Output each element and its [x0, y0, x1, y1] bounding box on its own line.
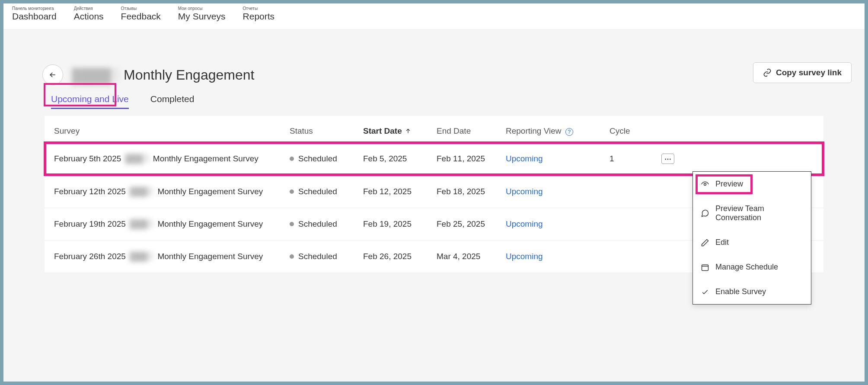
redacted-text: ███: [130, 252, 153, 260]
cell-status: Scheduled: [290, 252, 363, 261]
cell-start: Feb 19, 2025: [363, 219, 437, 229]
cell-start: Feb 5, 2025: [363, 154, 437, 164]
status-dot-icon: [290, 254, 294, 259]
table-header: Survey Status Start Date End Date Report…: [45, 116, 823, 142]
cell-cycle: 1: [610, 154, 661, 164]
filter-tabs: Upcoming and Live Completed: [3, 94, 865, 116]
cell-start: Feb 12, 2025: [363, 187, 437, 196]
table-row[interactable]: February 5th 2025 ███ Monthly Engagement…: [45, 142, 823, 176]
th-end-date[interactable]: End Date: [437, 126, 506, 136]
ctx-item-enable-survey[interactable]: Enable Survey: [693, 279, 811, 304]
nav-label: Actions: [74, 11, 104, 21]
cell-actions: ⋯: [661, 154, 674, 164]
nav-label: Feedback: [121, 11, 161, 21]
ctx-item-preview[interactable]: Preview: [693, 172, 811, 196]
redacted-text: ███: [125, 154, 149, 163]
cell-status: Scheduled: [290, 219, 363, 229]
ctx-item-edit[interactable]: Edit: [693, 230, 811, 255]
reporting-link[interactable]: Upcoming: [506, 154, 543, 163]
cell-survey: February 26th 2025 ███ Monthly Engagemen…: [54, 252, 290, 261]
nav-label: Dashboard: [12, 11, 57, 21]
redacted-text: ████: [72, 68, 119, 82]
nav-reports[interactable]: Отчеты Reports: [243, 11, 275, 22]
th-reporting-view[interactable]: Reporting View ?: [506, 126, 610, 136]
ctx-item-preview-team-conversation[interactable]: Preview Team Conversation: [693, 196, 811, 230]
redacted-text: ███: [130, 187, 153, 196]
cell-status: Scheduled: [290, 187, 363, 196]
check-icon: [701, 288, 709, 296]
reporting-link[interactable]: Upcoming: [506, 219, 543, 228]
row-context-menu: PreviewPreview Team ConversationEditMana…: [692, 171, 811, 305]
sort-up-icon: [405, 128, 412, 135]
nav-feedback[interactable]: Отзывы Feedback: [121, 11, 161, 22]
app-window: Панель мониторинга Dashboard Действия Ac…: [3, 3, 865, 382]
cell-end: Feb 18, 2025: [437, 187, 506, 196]
nav-sub: Действия: [74, 6, 93, 11]
copy-link-label: Copy survey link: [776, 68, 842, 77]
page-title-text: Monthly Engagement: [124, 67, 254, 83]
nav-sub: Мои опросы: [178, 6, 203, 11]
tab-upcoming[interactable]: Upcoming and Live: [51, 94, 129, 109]
th-survey[interactable]: Survey: [54, 126, 290, 136]
top-nav: Панель мониторинга Dashboard Действия Ac…: [3, 3, 865, 30]
more-actions-button[interactable]: ⋯: [661, 154, 674, 164]
th-status[interactable]: Status: [290, 126, 363, 136]
ctx-label: Enable Survey: [715, 287, 766, 296]
cell-status: Scheduled: [290, 154, 363, 164]
th-label: Reporting View: [506, 126, 562, 135]
cell-survey: February 19th 2025 ███ Monthly Engagemen…: [54, 219, 290, 229]
cell-survey: February 12th 2025 ███ Monthly Engagemen…: [54, 187, 290, 196]
reporting-link[interactable]: Upcoming: [506, 187, 543, 196]
content: ████ Monthly Engagement Copy survey link…: [3, 30, 865, 382]
cell-survey: February 5th 2025 ███ Monthly Engagement…: [54, 154, 290, 164]
page-header: ████ Monthly Engagement Copy survey link: [3, 56, 865, 94]
cell-start: Feb 26, 2025: [363, 252, 437, 261]
pencil-icon: [701, 238, 709, 247]
copy-survey-link-button[interactable]: Copy survey link: [753, 62, 852, 83]
page-title: ████ Monthly Engagement: [72, 67, 254, 83]
tab-completed[interactable]: Completed: [150, 94, 195, 109]
nav-my-surveys[interactable]: Мои опросы My Surveys: [178, 11, 226, 22]
cell-report: Upcoming: [506, 154, 610, 164]
ctx-label: Preview Team Conversation: [715, 204, 803, 222]
cell-report: Upcoming: [506, 219, 610, 229]
svg-point-0: [704, 183, 706, 185]
status-dot-icon: [290, 157, 294, 161]
cell-end: Feb 25, 2025: [437, 219, 506, 229]
ctx-label: Edit: [715, 238, 729, 247]
cell-report: Upcoming: [506, 252, 610, 261]
status-dot-icon: [290, 222, 294, 226]
nav-actions[interactable]: Действия Actions: [74, 11, 104, 22]
chat-icon: [701, 209, 709, 218]
status-dot-icon: [290, 189, 294, 194]
reporting-link[interactable]: Upcoming: [506, 252, 543, 261]
help-icon[interactable]: ?: [565, 128, 573, 136]
link-icon: [763, 68, 772, 77]
svg-rect-1: [702, 265, 708, 270]
survey-table: Survey Status Start Date End Date Report…: [45, 116, 823, 273]
cell-report: Upcoming: [506, 187, 610, 196]
back-button[interactable]: [42, 64, 63, 85]
nav-label: Reports: [243, 11, 275, 21]
th-label: Start Date: [363, 126, 402, 136]
nav-sub: Отчеты: [243, 6, 258, 11]
cell-end: Feb 11, 2025: [437, 154, 506, 164]
th-cycle[interactable]: Cycle: [610, 126, 661, 136]
nav-sub: Отзывы: [121, 6, 137, 11]
nav-label: My Surveys: [178, 11, 226, 21]
nav-sub: Панель мониторинга: [12, 6, 54, 11]
nav-dashboard[interactable]: Панель мониторинга Dashboard: [12, 11, 57, 22]
calendar-icon: [701, 263, 709, 272]
redacted-text: ███: [130, 219, 153, 228]
ctx-item-manage-schedule[interactable]: Manage Schedule: [693, 255, 811, 279]
th-start-date[interactable]: Start Date: [363, 126, 437, 136]
ctx-label: Preview: [715, 180, 743, 189]
arrow-left-icon: [48, 71, 57, 79]
ctx-label: Manage Schedule: [715, 263, 778, 272]
cell-end: Mar 4, 2025: [437, 252, 506, 261]
eye-icon: [701, 180, 709, 189]
